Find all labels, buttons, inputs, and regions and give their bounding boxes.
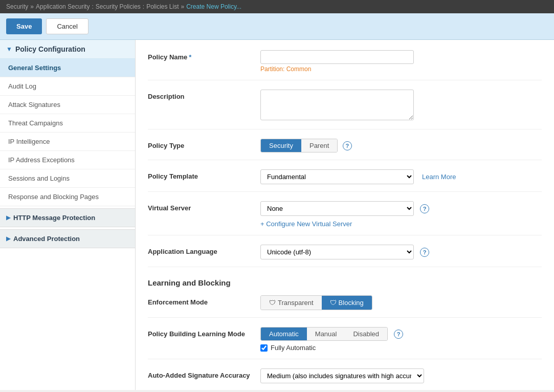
virtual-server-row: Virtual Server None ? + Configure New Vi…	[148, 201, 542, 235]
policy-template-select[interactable]: Fundamental	[260, 169, 414, 184]
app-language-help-icon[interactable]: ?	[420, 248, 429, 257]
breadcrumb-sep-4: »	[181, 3, 185, 10]
enforcement-blocking-label: Blocking	[339, 299, 364, 307]
description-input[interactable]	[260, 90, 414, 120]
sidebar-item-sessions-logins[interactable]: Sessions and Logins	[0, 169, 135, 188]
main-layout: ▼ Policy Configuration General Settings …	[0, 40, 554, 390]
policy-template-wrap: Fundamental Learn More	[260, 169, 542, 184]
learning-manual-btn[interactable]: Manual	[307, 328, 345, 340]
virtual-server-help-icon[interactable]: ?	[420, 204, 429, 213]
app-language-label: Application Language	[148, 245, 260, 255]
breadcrumb-security[interactable]: Security	[6, 3, 28, 10]
fully-automatic-row: Fully Automatic	[260, 344, 542, 352]
policy-template-label: Policy Template	[148, 169, 260, 180]
learn-more-link[interactable]: Learn More	[422, 173, 456, 181]
enforcement-mode-label: Enforcement Mode	[148, 295, 260, 306]
virtual-server-wrap: None ? + Configure New Virtual Server	[260, 201, 542, 228]
signature-accuracy-select[interactable]: Medium (also includes signatures with hi…	[260, 368, 424, 383]
policy-type-row: Policy Type Security Parent ?	[148, 139, 542, 160]
app-language-row: Application Language Unicode (utf-8) ?	[148, 245, 542, 267]
sidebar-item-threat-campaigns-label: Threat Campaigns	[8, 119, 63, 127]
app-language-wrap: Unicode (utf-8) ?	[260, 245, 542, 259]
shield-transparent-icon: 🛡	[269, 299, 276, 307]
shield-blocking-icon: 🛡	[330, 299, 337, 307]
sidebar: ▼ Policy Configuration General Settings …	[0, 40, 136, 390]
policy-config-label: Policy Configuration	[15, 45, 85, 53]
save-button[interactable]: Save	[6, 18, 42, 34]
virtual-server-select[interactable]: None	[260, 201, 414, 216]
description-wrap	[260, 90, 542, 122]
description-row: Description	[148, 90, 542, 129]
learning-mode-label: Policy Building Learning Mode	[148, 327, 260, 338]
breadcrumb-sep-3: :	[143, 3, 144, 10]
cancel-button[interactable]: Cancel	[46, 18, 88, 34]
http-protection-arrow: ▶	[6, 214, 10, 221]
learning-disabled-btn[interactable]: Disabled	[345, 328, 387, 340]
policy-type-label: Policy Type	[148, 139, 260, 149]
signature-accuracy-label: Auto-Added Signature Accuracy	[148, 368, 260, 379]
partition-label: Partition: Common	[260, 66, 542, 73]
content-area: Policy Name* Partition: Common Descripti…	[136, 40, 554, 390]
breadcrumb-sep-1: »	[30, 3, 34, 10]
breadcrumb-app-security[interactable]: Application Security	[36, 3, 90, 10]
policy-type-toggle: Security Parent	[260, 139, 338, 153]
sidebar-item-audit-log-label: Audit Log	[8, 82, 36, 90]
learning-mode-row: Policy Building Learning Mode Automatic …	[148, 327, 542, 359]
sidebar-item-threat-campaigns[interactable]: Threat Campaigns	[0, 114, 135, 133]
enforcement-transparent-label: Transparent	[278, 299, 314, 307]
http-protection-label: HTTP Message Protection	[13, 214, 95, 222]
sidebar-item-response-blocking-label: Response and Blocking Pages	[8, 193, 99, 201]
policy-config-arrow: ▼	[6, 46, 12, 53]
sidebar-item-ip-intelligence-label: IP Intelligence	[8, 138, 50, 145]
policy-type-help-icon[interactable]: ?	[343, 141, 352, 150]
fully-automatic-checkbox[interactable]	[260, 344, 268, 352]
policy-type-security-btn[interactable]: Security	[261, 139, 301, 152]
breadcrumb-security-policies[interactable]: Security Policies	[96, 3, 141, 10]
learning-mode-help-icon[interactable]: ?	[394, 330, 403, 339]
breadcrumb-action: Create New Policy...	[186, 3, 241, 10]
policy-name-input[interactable]	[260, 50, 414, 64]
sidebar-item-ip-address-exceptions-label: IP Address Exceptions	[8, 156, 75, 164]
virtual-server-label: Virtual Server	[148, 201, 260, 212]
policy-type-parent-btn[interactable]: Parent	[301, 139, 337, 152]
sidebar-item-ip-address-exceptions[interactable]: IP Address Exceptions	[0, 151, 135, 169]
enforcement-transparent-btn[interactable]: 🛡 Transparent	[261, 296, 322, 310]
advanced-protection-arrow: ▶	[6, 235, 10, 242]
fully-automatic-label: Fully Automatic	[271, 344, 316, 352]
enforcement-blocking-btn[interactable]: 🛡 Blocking	[322, 296, 372, 310]
http-protection-header[interactable]: ▶ HTTP Message Protection	[0, 208, 135, 227]
sidebar-item-attack-signatures[interactable]: Attack Signatures	[0, 96, 135, 114]
sidebar-item-response-blocking[interactable]: Response and Blocking Pages	[0, 188, 135, 206]
action-bar: Save Cancel	[0, 13, 554, 40]
sidebar-item-ip-intelligence[interactable]: IP Intelligence	[0, 133, 135, 151]
policy-config-header[interactable]: ▼ Policy Configuration	[0, 40, 135, 59]
enforcement-mode-row: Enforcement Mode 🛡 Transparent 🛡 Blockin…	[148, 295, 542, 318]
enforcement-mode-wrap: 🛡 Transparent 🛡 Blocking	[260, 295, 542, 310]
signature-accuracy-wrap: Medium (also includes signatures with hi…	[260, 368, 542, 383]
app-language-select[interactable]: Unicode (utf-8)	[260, 245, 414, 259]
description-label: Description	[148, 90, 260, 100]
advanced-protection-label: Advanced Protection	[13, 235, 80, 243]
partition-value: Common	[286, 66, 312, 73]
policy-type-wrap: Security Parent ?	[260, 139, 542, 153]
policy-name-wrap: Partition: Common	[260, 50, 542, 73]
breadcrumb-policies-list[interactable]: Policies List	[146, 3, 179, 10]
learning-blocking-title: Learning and Blocking	[148, 276, 542, 287]
policy-name-label: Policy Name*	[148, 50, 260, 61]
sidebar-item-attack-signatures-label: Attack Signatures	[8, 101, 60, 108]
learning-automatic-btn[interactable]: Automatic	[261, 328, 307, 340]
sidebar-item-sessions-logins-label: Sessions and Logins	[8, 175, 70, 182]
sidebar-item-audit-log[interactable]: Audit Log	[0, 77, 135, 96]
sidebar-item-general-settings-label: General Settings	[8, 64, 61, 72]
virtual-server-select-wrap: None ?	[260, 201, 542, 216]
configure-vs-link[interactable]: + Configure New Virtual Server	[260, 220, 352, 228]
learning-mode-toggle: Automatic Manual Disabled	[260, 327, 388, 341]
policy-name-row: Policy Name* Partition: Common	[148, 50, 542, 80]
policy-template-row: Policy Template Fundamental Learn More	[148, 169, 542, 192]
sidebar-item-general-settings[interactable]: General Settings	[0, 59, 135, 77]
breadcrumb-sep-2: :	[92, 3, 93, 10]
advanced-protection-header[interactable]: ▶ Advanced Protection	[0, 229, 135, 248]
breadcrumb-bar: Security » Application Security : Securi…	[0, 0, 554, 13]
enforcement-toggle: 🛡 Transparent 🛡 Blocking	[260, 295, 372, 310]
signature-accuracy-row: Auto-Added Signature Accuracy Medium (al…	[148, 368, 542, 390]
